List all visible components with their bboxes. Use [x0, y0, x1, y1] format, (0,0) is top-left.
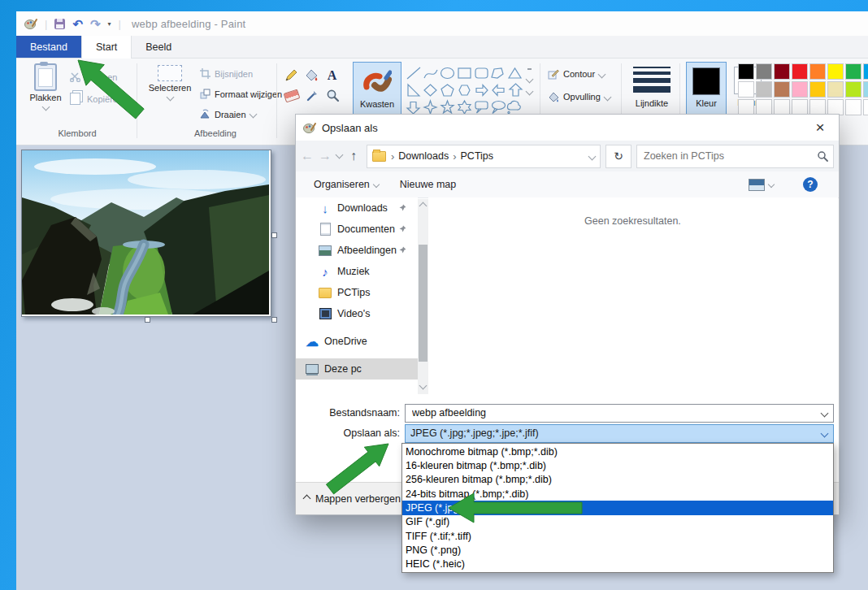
scroll-up-icon[interactable]	[419, 202, 427, 210]
palette-color[interactable]	[738, 81, 754, 98]
palette-color[interactable]	[792, 81, 808, 98]
palette-color[interactable]	[809, 63, 826, 80]
sidebar-item[interactable]: Deze pc	[296, 358, 418, 380]
filetype-option[interactable]: JPEG (*.jpg;*.jpeg;*.jpe;*.jfif)	[402, 501, 833, 514]
filetype-dropdown-icon[interactable]	[821, 429, 829, 437]
palette-color[interactable]	[756, 63, 772, 80]
sidebar-item[interactable]: Downloads	[296, 197, 418, 219]
back-icon[interactable]: ←	[301, 150, 314, 163]
pencil-tool-icon[interactable]	[284, 68, 298, 82]
tab-start[interactable]: Start	[81, 36, 132, 59]
sidebar-scrollbar[interactable]	[418, 199, 428, 394]
shapes-scroll-buttons[interactable]	[527, 68, 532, 94]
new-folder-button[interactable]: Nieuwe map	[400, 179, 456, 190]
sidebar-item[interactable]: Video's	[296, 303, 418, 324]
organize-menu[interactable]: Organiseren	[314, 179, 379, 190]
filename-combobox[interactable]	[405, 404, 834, 423]
filetype-option[interactable]: 16-kleuren bitmap (*.bmp;*.dib)	[402, 458, 833, 472]
palette-color[interactable]	[863, 81, 868, 98]
palette-color[interactable]	[774, 81, 790, 98]
filetype-option[interactable]: 24-bits bitmap (*.bmp;*.dib)	[402, 487, 833, 501]
resize-handle-corner[interactable]	[271, 317, 277, 323]
breadcrumb-item[interactable]: Downloads	[398, 150, 449, 162]
palette-color[interactable]	[774, 63, 790, 80]
select-dropdown-icon[interactable]	[166, 93, 174, 102]
breadcrumb-item[interactable]: PCTips	[461, 150, 494, 162]
scrollbar-thumb[interactable]	[419, 245, 427, 362]
filename-input[interactable]	[410, 406, 828, 419]
eraser-tool-icon[interactable]	[284, 89, 301, 103]
redo-button[interactable]: ↷	[90, 18, 101, 30]
resize-handle-right[interactable]	[271, 232, 277, 238]
help-button[interactable]: ?	[803, 177, 818, 192]
refresh-button[interactable]: ↻	[605, 145, 631, 168]
canvas-image[interactable]	[21, 150, 271, 317]
search-icon	[817, 150, 828, 162]
filetype-option[interactable]: HEIC (*.heic)	[402, 557, 833, 571]
search-box[interactable]	[636, 145, 834, 168]
sidebar-item[interactable]: Documenten	[296, 219, 418, 240]
undo-button[interactable]: ↶	[72, 18, 83, 30]
forward-icon[interactable]: →	[319, 150, 332, 163]
dialog-close-button[interactable]: ×	[801, 115, 839, 141]
palette-empty-slot[interactable]	[756, 99, 772, 115]
palette-color[interactable]	[863, 63, 868, 80]
paste-dropdown-icon[interactable]	[41, 103, 50, 111]
shapes-gallery[interactable]	[405, 65, 525, 117]
address-bar[interactable]: › Downloads › PCTips	[367, 145, 601, 168]
scroll-down-icon[interactable]	[419, 382, 427, 390]
palette-empty-slot[interactable]	[845, 99, 861, 115]
palette-color[interactable]	[809, 81, 826, 98]
palette-empty-slot[interactable]	[827, 99, 844, 115]
paste-button[interactable]: Plakken	[24, 63, 67, 110]
filetype-option[interactable]: PNG (*.png)	[402, 543, 833, 557]
sidebar-item[interactable]: OneDrive	[296, 331, 418, 352]
magnifier-tool-icon[interactable]	[326, 89, 340, 102]
filetype-option[interactable]: TIFF (*.tif;*.tiff)	[402, 529, 833, 543]
resize-handle-bottom[interactable]	[145, 317, 150, 323]
filetype-option[interactable]: GIF (*.gif)	[402, 515, 833, 529]
outline-button[interactable]: Contour	[548, 68, 605, 80]
palette-empty-slot[interactable]	[774, 99, 790, 115]
palette-color[interactable]	[827, 63, 844, 80]
fill-tool-icon[interactable]	[305, 68, 319, 82]
up-icon[interactable]: ↑	[350, 150, 357, 163]
scissors-icon	[70, 72, 80, 82]
palette-color[interactable]	[827, 81, 844, 98]
filetype-option[interactable]: Monochrome bitmap (*.bmp;*.dib)	[402, 445, 833, 458]
tab-bestand[interactable]: Bestand	[16, 36, 81, 58]
hide-folders-button[interactable]: Mappen verbergen	[315, 493, 401, 505]
palette-empty-slot[interactable]	[792, 99, 808, 115]
palette-empty-slot[interactable]	[738, 99, 754, 115]
filetype-combobox[interactable]: JPEG (*.jpg;*.jpeg;*.jpe;*.jfif)	[405, 424, 834, 443]
palette-color[interactable]	[738, 63, 754, 80]
resize-button[interactable]: Formaat wijzigen	[200, 89, 282, 99]
palette-color[interactable]	[845, 81, 861, 98]
qat-dropdown-icon[interactable]: ▾	[108, 20, 111, 28]
eyedropper-tool-icon[interactable]	[306, 89, 319, 102]
search-input[interactable]	[642, 150, 817, 163]
history-dropdown-icon[interactable]	[336, 151, 344, 159]
sidebar-item[interactable]: Afbeeldingen	[296, 240, 418, 261]
view-mode-button[interactable]	[749, 179, 774, 191]
line-width-button[interactable]: Lijndikte	[631, 67, 673, 108]
address-dropdown-icon[interactable]	[588, 152, 597, 160]
fill-button[interactable]: Opvulling	[548, 91, 610, 102]
palette-color[interactable]	[792, 63, 808, 80]
palette-empty-slot[interactable]	[863, 99, 868, 115]
rotate-dropdown-icon[interactable]	[249, 111, 257, 119]
palette-color[interactable]	[756, 81, 772, 98]
save-icon[interactable]	[54, 19, 65, 29]
select-button[interactable]: Selecteren	[146, 65, 193, 100]
sidebar-item[interactable]: PCTips	[296, 282, 418, 303]
copy-button[interactable]: Kopiëren	[70, 93, 123, 105]
rotate-button[interactable]: Draaien	[200, 109, 256, 119]
tab-beeld[interactable]: Beeld	[132, 36, 185, 58]
sidebar-item[interactable]: Muziek	[296, 261, 418, 282]
palette-empty-slot[interactable]	[809, 99, 826, 115]
text-tool-icon[interactable]: A	[325, 68, 339, 82]
crop-button[interactable]: Bijsnijden	[200, 68, 253, 79]
cut-button[interactable]: Knippen	[70, 72, 117, 82]
filetype-option[interactable]: 256-kleuren bitmap (*.bmp;*.dib)	[402, 473, 833, 487]
palette-color[interactable]	[845, 63, 861, 80]
